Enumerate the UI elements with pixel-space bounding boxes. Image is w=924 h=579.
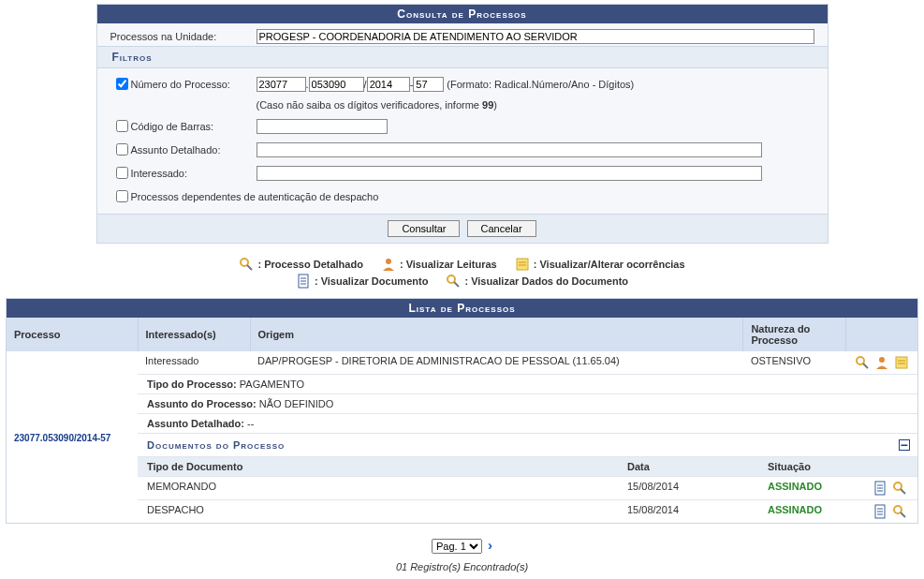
process-grid: Lista de Processos Processo Interessado(… [6, 298, 918, 524]
col-actions [846, 318, 917, 351]
pager: Pag. 1 › [0, 524, 924, 557]
col-processo: Processo [7, 318, 138, 351]
cell-interessado: Interessado [138, 351, 250, 374]
consulta-panel: Consulta de Processos Processos na Unida… [96, 4, 829, 244]
magnifier-icon[interactable] [855, 355, 870, 370]
numero-processo-label: Número do Processo: [131, 79, 257, 90]
dcol-tipo: Tipo de Documento [138, 457, 618, 477]
doc-icon [296, 274, 311, 289]
tipo-processo-label: Tipo do Processo: [147, 379, 237, 390]
processo-link[interactable]: 23077.053090/2014-57 [14, 433, 110, 443]
unit-input[interactable] [257, 29, 814, 44]
doc-icon[interactable] [873, 481, 887, 496]
interessado-input[interactable] [257, 166, 762, 181]
next-page-icon[interactable]: › [488, 537, 492, 553]
dcol-acts [861, 457, 917, 477]
interessado-label: Interessado: [131, 168, 257, 179]
assunto-detalhado-value: -- [247, 418, 254, 429]
doc-tipo: MEMORANDO [138, 477, 618, 500]
doc-data: 15/08/2014 [618, 477, 758, 500]
ano-input[interactable] [367, 77, 410, 92]
dependentes-label: Processos dependentes de autenticação de… [131, 191, 379, 202]
assunto-processo-label: Assunto do Processo: [147, 398, 257, 409]
filters-heading: Filtros [97, 46, 828, 68]
docs-heading: Documentos do Processo − [138, 433, 917, 456]
note-icon [515, 257, 530, 272]
consultar-button[interactable]: Consultar [388, 220, 460, 237]
col-natureza: Natureza do Processo [743, 318, 846, 351]
doc-status: ASSINADO [768, 504, 822, 515]
formato-hint: (Formato: Radical.Número/Ano - Dígitos) [447, 79, 634, 90]
note-icon[interactable] [894, 355, 909, 370]
table-row: 23077.053090/2014-57 Interessado DAP/PRO… [7, 351, 917, 374]
page-select[interactable]: Pag. 1 [432, 539, 482, 554]
cancelar-button[interactable]: Cancelar [467, 220, 536, 237]
cell-natureza: OSTENSIVO [743, 351, 846, 374]
digitos-input[interactable] [413, 77, 444, 92]
cell-origem: DAP/PROGESP - DIRETORIA DE ADMINISTRACAO… [250, 351, 743, 374]
codigo-input[interactable] [257, 119, 388, 134]
dcol-data: Data [618, 457, 758, 477]
assunto-label: Assunto Detalhado: [131, 144, 257, 156]
dcol-sit: Situação [758, 457, 861, 477]
radical-input[interactable] [257, 77, 306, 92]
codigo-label: Código de Barras: [131, 121, 257, 132]
user-icon [381, 257, 396, 272]
numero-processo-checkbox[interactable] [116, 78, 128, 90]
digitos-hint: (Caso não saiba os dígitos verificadores… [97, 96, 828, 114]
dependentes-checkbox[interactable] [116, 190, 128, 202]
doc-row: DESPACHO 15/08/2014 ASSINADO [138, 500, 917, 524]
codigo-checkbox[interactable] [116, 120, 128, 132]
magnifier-icon[interactable] [892, 504, 907, 519]
unit-label: Processos na Unidade: [110, 31, 257, 42]
legend: : Processo Detalhado : Visualizar Leitur… [0, 244, 924, 298]
record-count: 01 Registro(s) Encontrado(s) [0, 557, 924, 576]
tipo-processo-value: PAGAMENTO [240, 379, 304, 390]
collapse-icon[interactable]: − [899, 439, 910, 451]
assunto-input[interactable] [257, 142, 762, 157]
grid-title: Lista de Processos [7, 299, 917, 318]
col-origem: Origem [250, 318, 743, 351]
panel-title: Consulta de Processos [97, 5, 828, 23]
assunto-checkbox[interactable] [116, 143, 128, 156]
doc-status: ASSINADO [768, 481, 822, 492]
assunto-processo-value: NÃO DEFINIDO [259, 398, 333, 409]
doc-data: 15/08/2014 [618, 500, 758, 524]
assunto-detalhado-label: Assunto Detalhado: [147, 418, 244, 429]
doc-icon[interactable] [873, 504, 887, 519]
magnifier-icon [239, 257, 254, 272]
doc-row: MEMORANDO 15/08/2014 ASSINADO [138, 477, 917, 500]
numero-input[interactable] [309, 77, 364, 92]
magnifier-icon[interactable] [892, 481, 907, 496]
magnifier-icon [446, 274, 461, 289]
doc-tipo: DESPACHO [138, 500, 618, 524]
user-icon[interactable] [874, 355, 889, 370]
interessado-checkbox[interactable] [116, 167, 128, 179]
col-interessado: Interessado(s) [138, 318, 250, 351]
